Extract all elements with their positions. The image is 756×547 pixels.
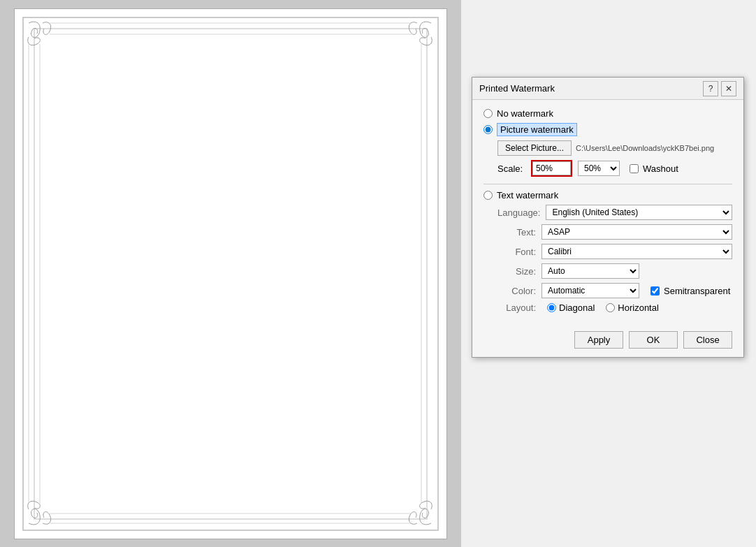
- text-watermark-radio[interactable]: [484, 191, 493, 200]
- scale-input-wrapper: [531, 160, 572, 177]
- diagonal-radio[interactable]: [547, 303, 556, 312]
- document-preview: [0, 0, 461, 547]
- titlebar-buttons: ? ✕: [703, 81, 736, 96]
- language-label: Language:: [497, 207, 540, 218]
- color-select[interactable]: Automatic Black Red Blue Green: [541, 283, 639, 298]
- layout-label: Layout:: [497, 302, 536, 313]
- dialog-body: No watermark Picture watermark Select Pi…: [472, 100, 743, 326]
- svg-rect-0: [23, 17, 438, 530]
- text-watermark-option[interactable]: Text watermark: [484, 190, 732, 200]
- close-button[interactable]: Close: [683, 331, 732, 349]
- picture-watermark-option[interactable]: Picture watermark: [484, 123, 732, 136]
- size-label: Size:: [497, 266, 536, 277]
- layout-options: Diagonal Horizontal: [547, 302, 659, 313]
- diagonal-option[interactable]: Diagonal: [547, 302, 595, 313]
- section-divider: [484, 184, 732, 184]
- select-picture-button[interactable]: Select Picture...: [497, 140, 572, 156]
- svg-rect-1: [34, 29, 427, 519]
- layout-row: Layout: Diagonal Horizontal: [497, 302, 732, 313]
- scale-label: Scale:: [497, 163, 525, 174]
- picture-file-row: Select Picture... C:\Users\Lee\Downloads…: [497, 140, 732, 156]
- horizontal-option[interactable]: Horizontal: [606, 302, 659, 313]
- horizontal-radio[interactable]: [606, 303, 615, 312]
- washout-checkbox[interactable]: [630, 164, 639, 173]
- text-label: Text:: [497, 227, 536, 238]
- text-row: Text: ASAP CONFIDENTIAL DO NOT COPY DRAF…: [497, 224, 732, 240]
- picture-section: Select Picture... C:\Users\Lee\Downloads…: [497, 140, 732, 177]
- picture-watermark-radio[interactable]: [484, 125, 493, 134]
- washout-label: Washout: [643, 163, 678, 174]
- semitransparent-label: Semitransparent: [664, 286, 730, 296]
- washout-row: Washout: [630, 163, 678, 174]
- color-label: Color:: [497, 286, 536, 296]
- size-select[interactable]: Auto 10 12 14 16 18 20 24 36 48 72: [541, 263, 639, 279]
- font-label: Font:: [497, 247, 536, 257]
- font-row: Font: Calibri: [497, 244, 732, 259]
- document-border: [22, 16, 439, 532]
- no-watermark-option[interactable]: No watermark: [484, 108, 732, 119]
- size-row: Size: Auto 10 12 14 16 18 20 24 36 48 72: [497, 263, 732, 279]
- dialog-titlebar: Printed Watermark ? ✕: [472, 78, 743, 100]
- text-select[interactable]: ASAP CONFIDENTIAL DO NOT COPY DRAFT ORIG…: [541, 224, 732, 240]
- apply-button[interactable]: Apply: [574, 331, 623, 349]
- dialog-footer: Apply OK Close: [472, 326, 743, 357]
- dialog-title: Printed Watermark: [479, 83, 555, 94]
- no-watermark-radio[interactable]: [484, 109, 493, 118]
- picture-watermark-label: Picture watermark: [497, 123, 577, 136]
- file-path-display: C:\Users\Lee\Downloads\yckKB7bei.png: [576, 144, 732, 152]
- language-row: Language: English (United States): [497, 205, 732, 220]
- font-select[interactable]: Calibri: [541, 244, 732, 259]
- help-button[interactable]: ?: [703, 81, 718, 96]
- close-title-button[interactable]: ✕: [721, 81, 736, 96]
- diagonal-label: Diagonal: [559, 302, 595, 313]
- horizontal-label: Horizontal: [618, 302, 659, 313]
- text-section: Language: English (United States) Text: …: [497, 205, 732, 313]
- scale-input[interactable]: [532, 161, 571, 175]
- semitransparent-checkbox[interactable]: [650, 286, 660, 296]
- printed-watermark-dialog: Printed Watermark ? ✕ No watermark Pictu…: [472, 77, 744, 358]
- language-select[interactable]: English (United States): [546, 205, 732, 220]
- scale-row: Scale: 50% Auto 100% 150% 200% Washout: [497, 160, 732, 177]
- no-watermark-label: No watermark: [497, 108, 553, 119]
- color-row: Color: Automatic Black Red Blue Green Se…: [497, 283, 732, 298]
- scale-dropdown[interactable]: 50% Auto 100% 150% 200%: [578, 161, 620, 176]
- semitransparent-row: Semitransparent: [650, 286, 730, 296]
- text-watermark-label: Text watermark: [497, 190, 558, 200]
- document-page: [14, 8, 447, 539]
- ok-button[interactable]: OK: [629, 331, 678, 349]
